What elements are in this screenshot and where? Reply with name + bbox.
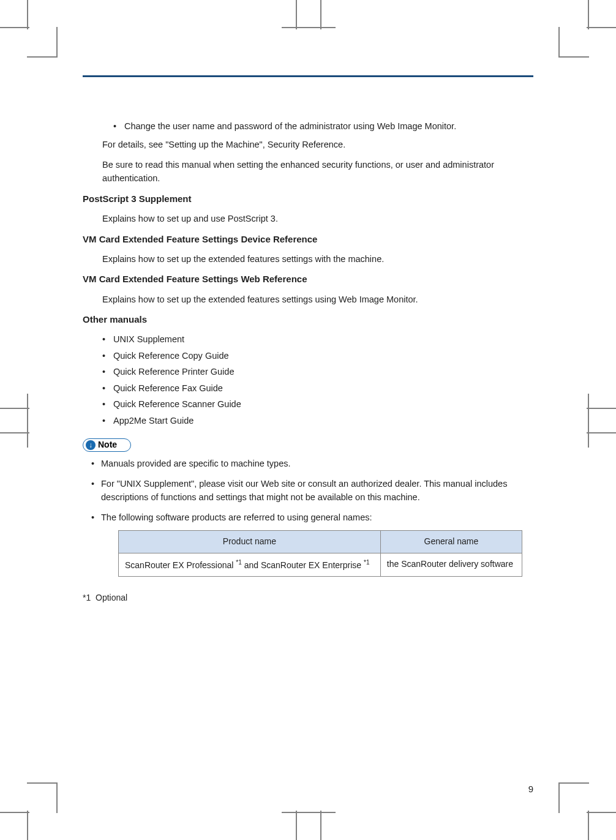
heading-vm-device: VM Card Extended Feature Settings Device… xyxy=(83,232,533,246)
note-label: Note xyxy=(98,438,117,452)
footnote-ref: *1 xyxy=(83,593,91,602)
text: ScanRouter EX Professional xyxy=(125,560,236,569)
heading-vm-web: VM Card Extended Feature Settings Web Re… xyxy=(83,272,533,286)
page: Change the user name and password of the… xyxy=(49,34,567,806)
sup-ref: *1 xyxy=(364,559,369,566)
para: Explains how to set up the extended feat… xyxy=(102,293,533,306)
para: Explains how to set up and use PostScrip… xyxy=(102,212,533,225)
list-item: Quick Reference Scanner Guide xyxy=(102,397,533,411)
footnote: *1 Optional xyxy=(83,591,533,605)
table-header-product: Product name xyxy=(119,530,381,553)
page-number: 9 xyxy=(528,784,533,794)
footnote-text: Optional xyxy=(96,593,127,602)
other-manuals-list: UNIX Supplement Quick Reference Copy Gui… xyxy=(102,332,533,427)
list-item: UNIX Supplement xyxy=(102,332,533,346)
text: and ScanRouter EX Enterprise xyxy=(242,560,364,569)
note-badge: ↓ Note xyxy=(83,438,131,452)
table-cell-general: the ScanRouter delivery software xyxy=(380,553,522,576)
list-item: Quick Reference Copy Guide xyxy=(102,349,533,362)
para: Explains how to set up the extended feat… xyxy=(102,252,533,266)
para: Be sure to read this manual when setting… xyxy=(102,158,533,186)
table-header-general: General name xyxy=(380,530,522,553)
intro-bullet: Change the user name and password of the… xyxy=(113,119,533,133)
arrow-down-icon: ↓ xyxy=(86,440,96,450)
note-list: Manuals provided are specific to machine… xyxy=(91,457,533,524)
para: For details, see "Setting up the Machine… xyxy=(102,138,533,151)
list-item: Quick Reference Printer Guide xyxy=(102,365,533,378)
list-item: App2Me Start Guide xyxy=(102,414,533,427)
heading-postscript: PostScript 3 Supplement xyxy=(83,192,533,206)
table-cell-product: ScanRouter EX Professional *1 and ScanRo… xyxy=(119,553,381,576)
body-content: Change the user name and password of the… xyxy=(83,119,533,611)
header-rule xyxy=(83,75,533,77)
bullet-item: Change the user name and password of the… xyxy=(113,119,533,133)
note-item: Manuals provided are specific to machine… xyxy=(91,457,533,470)
note-item: The following software products are refe… xyxy=(91,511,533,524)
software-table: Product name General name ScanRouter EX … xyxy=(118,530,522,577)
sup-ref: *1 xyxy=(236,559,241,566)
heading-other-manuals: Other manuals xyxy=(83,312,533,326)
list-item: Quick Reference Fax Guide xyxy=(102,381,533,395)
table-row: ScanRouter EX Professional *1 and ScanRo… xyxy=(119,553,522,576)
note-item: For "UNIX Supplement", please visit our … xyxy=(91,477,533,504)
